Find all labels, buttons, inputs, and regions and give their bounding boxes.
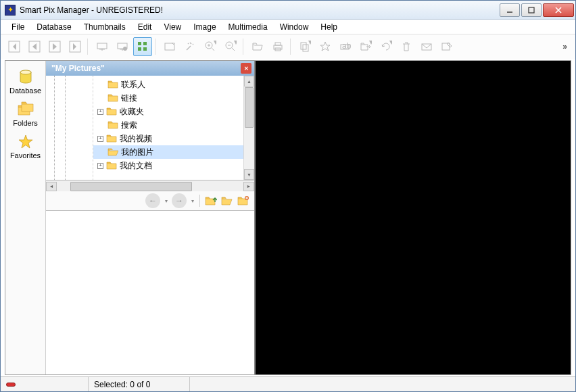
forward-button[interactable]: → [172, 193, 187, 208]
nav-tab-label: Folders [13, 119, 38, 127]
svg-rect-14 [143, 47, 147, 51]
tree-node[interactable]: +我的文档 [93, 159, 243, 172]
svg-rect-13 [138, 47, 141, 51]
folder-icon [107, 93, 118, 103]
app-icon: ✦ [5, 5, 16, 16]
tree-label: 链接 [121, 93, 137, 104]
panel-close-button[interactable]: ✕ [241, 63, 251, 74]
svg-text:▾: ▾ [369, 41, 372, 47]
menu-multimedia[interactable]: Multimedia [223, 21, 273, 33]
email-button[interactable] [417, 37, 436, 56]
copy-button[interactable]: ▾ [295, 37, 314, 56]
menu-database[interactable]: Database [31, 21, 76, 33]
svg-text:ab: ab [342, 41, 352, 51]
print-button[interactable] [268, 37, 287, 56]
nav-tab-folders[interactable]: Folders [7, 99, 45, 130]
maximize-button[interactable] [521, 3, 542, 17]
up-folder-button[interactable] [204, 194, 218, 207]
svg-rect-8 [97, 43, 107, 49]
tree-label: 我的视频 [120, 133, 152, 145]
tree-node[interactable]: 搜索 [93, 118, 243, 132]
tree-node[interactable]: +收藏夹 [93, 105, 243, 118]
nav-tab-favorites[interactable]: Favorites [7, 131, 45, 162]
nav-last-button[interactable] [66, 37, 85, 56]
scroll-down-button[interactable]: ▼ [244, 169, 254, 180]
tree-label: 搜索 [121, 120, 137, 131]
back-button[interactable]: ← [145, 193, 160, 208]
zoom-out-button[interactable]: ▾ [221, 37, 240, 56]
move-button[interactable]: ▾ [356, 37, 375, 56]
new-folder-button[interactable] [237, 194, 250, 207]
effects-button[interactable] [181, 37, 199, 56]
menu-thumbnails[interactable]: Thumbnails [78, 21, 131, 33]
nav-tab-database[interactable]: Database [7, 66, 45, 97]
thumbnails-view-button[interactable] [133, 37, 152, 56]
scroll-thumb[interactable] [245, 87, 254, 128]
nav-tab-label: Favorites [10, 151, 41, 160]
svg-rect-36 [442, 43, 450, 50]
rotate-button[interactable]: ▾ [377, 37, 395, 56]
scroll-right-button[interactable]: ► [243, 182, 254, 191]
favorite-button[interactable] [316, 37, 335, 56]
folder-nav-bar: ← ▾ → ▾ [46, 191, 254, 210]
tree-label: 我的文档 [120, 160, 152, 172]
svg-text:▾: ▾ [214, 41, 216, 47]
tree-vertical-scrollbar[interactable]: ▲ ▼ [243, 76, 254, 180]
scroll-left-button[interactable]: ◄ [46, 182, 57, 191]
status-led-icon [6, 383, 16, 387]
database-icon [16, 69, 35, 85]
svg-line-22 [232, 48, 235, 51]
slideshow-button[interactable] [93, 37, 112, 56]
nav-first-button[interactable] [5, 37, 24, 56]
svg-text:▾: ▾ [389, 41, 392, 47]
back-menu-button[interactable]: ▾ [163, 193, 169, 208]
expand-button[interactable]: + [97, 109, 103, 115]
forward-menu-button[interactable]: ▾ [189, 193, 195, 208]
toolbar-overflow-button[interactable]: » [558, 42, 571, 51]
menu-bar: File Database Thumbnails Edit View Image… [1, 20, 575, 34]
browser-panel: "My Pictures" ✕ 联系人 链接 +收藏夹 搜索 +我的视频 我的图… [46, 61, 256, 374]
tree-node[interactable]: 链接 [93, 91, 243, 105]
panel-title: "My Pictures" [49, 64, 241, 73]
nav-next-button[interactable] [45, 37, 64, 56]
fullscreen-button[interactable] [160, 37, 179, 56]
close-button[interactable] [543, 3, 574, 17]
menu-file[interactable]: File [6, 21, 30, 33]
tree-label: 我的图片 [121, 147, 153, 158]
menu-image[interactable]: Image [188, 21, 221, 33]
menu-help[interactable]: Help [315, 21, 343, 33]
tree-node-selected[interactable]: 我的图片 [93, 145, 243, 159]
folder-icon [106, 161, 117, 170]
menu-view[interactable]: View [158, 21, 187, 33]
menu-edit[interactable]: Edit [133, 21, 158, 33]
preview-pane[interactable] [256, 61, 571, 374]
delete-button[interactable] [397, 37, 416, 56]
scroll-up-button[interactable]: ▲ [244, 76, 254, 87]
status-selection-cell: Selected: 0 of 0 [89, 377, 190, 391]
open-button[interactable] [248, 37, 267, 56]
menu-window[interactable]: Window [274, 21, 314, 33]
scroll-thumb[interactable] [70, 182, 192, 191]
tree-node[interactable]: 联系人 [93, 78, 243, 91]
folder-open-icon [107, 147, 118, 157]
folder-icon [106, 134, 117, 143]
window-title: Smart Pix Manager - UNREGISTERED! [20, 5, 500, 15]
expand-button[interactable]: + [97, 136, 103, 142]
tree-horizontal-scrollbar[interactable]: ◄ ► [46, 180, 254, 191]
svg-point-38 [20, 70, 31, 74]
svg-rect-26 [275, 43, 281, 45]
tree-node[interactable]: +我的视频 [93, 132, 243, 145]
thumbnail-pane[interactable] [46, 210, 254, 374]
open-folder-button[interactable] [220, 194, 234, 207]
nav-prev-button[interactable] [25, 37, 44, 56]
expand-button[interactable]: + [97, 163, 103, 169]
rename-button[interactable]: ab [336, 37, 355, 56]
star-icon [16, 134, 35, 150]
slideshow-stop-button[interactable] [113, 37, 132, 56]
edit-image-button[interactable] [437, 37, 456, 56]
minimize-button[interactable] [500, 3, 520, 17]
status-indicator-cell [1, 377, 89, 391]
folder-icon [106, 107, 117, 116]
zoom-in-button[interactable]: ▾ [201, 37, 220, 56]
folder-icon [107, 120, 118, 130]
